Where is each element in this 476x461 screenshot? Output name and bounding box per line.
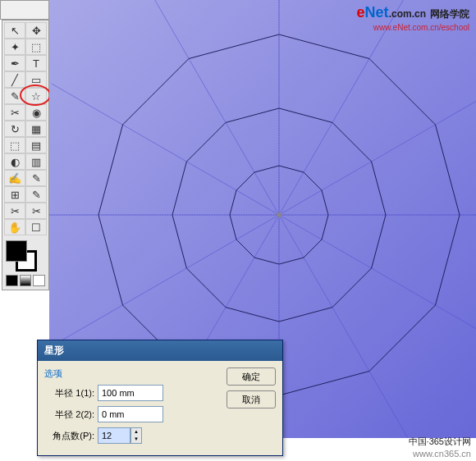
tool-0-0[interactable]: ↖ — [4, 22, 25, 39]
tool-7-1[interactable]: ▤ — [25, 137, 47, 153]
toolbox-panel: ↖✥✦⬚✒T╱▭✎☆✂◉↻▦⬚▤◐▥✍✎⊞✎✂✂✋☐ — [2, 20, 49, 290]
swatch-none[interactable] — [33, 275, 45, 286]
tool-5-0[interactable]: ✂ — [4, 104, 25, 121]
tool-11-0[interactable]: ✂ — [4, 203, 25, 219]
radius2-label: 半径 2(2): — [44, 409, 98, 421]
spinner-up-icon[interactable]: ▲ — [131, 428, 141, 436]
ok-button[interactable]: 确定 — [227, 367, 276, 386]
center-point — [277, 212, 281, 217]
options-group-label: 选项 — [44, 367, 218, 380]
tool-10-0[interactable]: ⊞ — [4, 186, 25, 203]
tool-3-0[interactable]: ╱ — [4, 71, 25, 88]
wm-cn-text: 网络学院 — [430, 8, 469, 20]
fill-swatch[interactable] — [6, 240, 27, 262]
footer-credit: 中国·365设计网 www.cn365.cn — [409, 436, 471, 459]
star-dialog: 星形 选项 半径 1(1): 半径 2(2): 角点数(P): ▲ ▼ 确定 — [37, 340, 283, 456]
tool-6-0[interactable]: ↻ — [4, 121, 25, 137]
tool-2-0[interactable]: ✒ — [4, 55, 25, 71]
color-swatches[interactable] — [4, 239, 47, 288]
tool-4-0[interactable]: ✎ — [4, 88, 25, 104]
tool-11-1[interactable]: ✂ — [25, 203, 47, 219]
top-decoration — [0, 0, 49, 20]
tool-0-1[interactable]: ✥ — [25, 22, 47, 39]
tool-7-0[interactable]: ⬚ — [4, 137, 25, 153]
points-input[interactable] — [98, 427, 130, 444]
tool-1-0[interactable]: ✦ — [4, 39, 25, 55]
tool-9-0[interactable]: ✍ — [4, 170, 25, 186]
tool-2-1[interactable]: T — [25, 55, 47, 71]
spinner-down-icon[interactable]: ▼ — [131, 436, 141, 443]
tool-4-1[interactable]: ☆ — [25, 88, 47, 104]
tool-10-1[interactable]: ✎ — [25, 186, 47, 203]
points-label: 角点数(P): — [44, 430, 98, 442]
tool-1-1[interactable]: ⬚ — [25, 39, 47, 55]
tool-12-1[interactable]: ☐ — [25, 219, 47, 235]
wm-url: www.eNet.com.cn/eschool — [357, 22, 469, 33]
tool-9-1[interactable]: ✎ — [25, 170, 47, 186]
swatch-gradient[interactable] — [20, 275, 32, 286]
wm-logo-suffix: .com.cn — [389, 8, 426, 20]
tool-3-1[interactable]: ▭ — [25, 71, 47, 88]
wm-logo-net: Net — [365, 4, 389, 21]
radius2-input[interactable] — [98, 406, 163, 422]
points-spinner[interactable]: ▲ ▼ — [130, 427, 142, 444]
wm-logo-e: e — [357, 4, 365, 21]
radius1-input[interactable] — [98, 385, 163, 401]
watermark: eNet.com.cn 网络学院 www.eNet.com.cn/eschool — [357, 3, 469, 33]
tool-8-0[interactable]: ◐ — [4, 153, 25, 170]
radius1-label: 半径 1(1): — [44, 387, 98, 399]
swatch-color[interactable] — [6, 275, 18, 286]
footer-line2: www.cn365.cn — [409, 448, 471, 459]
tool-8-1[interactable]: ▥ — [25, 153, 47, 170]
footer-line1: 中国·365设计网 — [409, 436, 471, 447]
tool-5-1[interactable]: ◉ — [25, 104, 47, 121]
dialog-title: 星形 — [38, 340, 282, 361]
tool-12-0[interactable]: ✋ — [4, 219, 25, 235]
tool-6-1[interactable]: ▦ — [25, 121, 47, 137]
cancel-button[interactable]: 取消 — [227, 390, 276, 409]
